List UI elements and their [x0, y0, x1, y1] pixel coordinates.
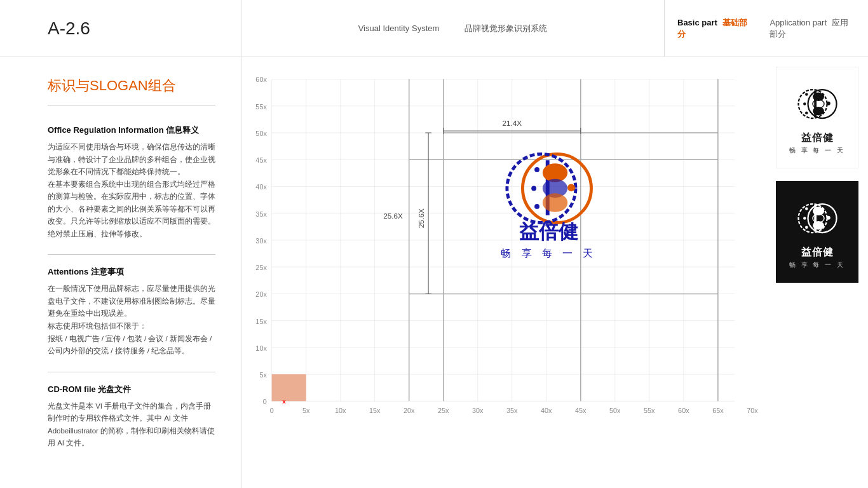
- svg-text:畅 享 每 一 天: 畅 享 每 一 天: [501, 248, 596, 259]
- svg-text:益倍健: 益倍健: [519, 220, 579, 243]
- svg-text:15x: 15x: [369, 407, 381, 414]
- section-regulation: Office Regulation Information 信息释义 为适应不同…: [48, 125, 215, 240]
- nav-application[interactable]: Application part 应用部分: [770, 17, 855, 40]
- svg-text:50x: 50x: [609, 407, 621, 414]
- section-attentions: Attentions 注意事项 在一般情况下使用品牌标志，应尽量使用提供的光盘电…: [48, 266, 215, 357]
- svg-text:25x: 25x: [438, 407, 449, 414]
- svg-text:25.6X: 25.6X: [417, 208, 425, 228]
- logo-white-version: 益倍健 畅 享 每 一 天: [776, 67, 858, 168]
- regulation-title: Office Regulation Information 信息释义: [48, 125, 215, 136]
- chart-logo-area: 60x 55x 50x 45x 40x 35x 30x 25x 20x 15x …: [241, 57, 868, 488]
- svg-point-81: [531, 186, 536, 191]
- svg-text:5x: 5x: [302, 407, 310, 414]
- header-center: Visual Identity System 品牌视觉形象识别系统: [241, 0, 665, 57]
- logo-slogan-black: 畅 享 每 一 天: [789, 261, 845, 269]
- svg-point-90: [813, 107, 824, 116]
- svg-text:70x: 70x: [747, 407, 758, 414]
- svg-text:45x: 45x: [575, 407, 587, 414]
- svg-text:60x: 60x: [678, 407, 689, 414]
- attentions-title: Attentions 注意事项: [48, 266, 215, 278]
- svg-point-93: [803, 102, 806, 105]
- svg-text:35x: 35x: [506, 407, 518, 414]
- svg-text:30x: 30x: [255, 237, 267, 245]
- svg-text:21.4X: 21.4X: [502, 119, 522, 127]
- svg-text:10x: 10x: [335, 407, 346, 414]
- svg-point-101: [826, 216, 830, 220]
- header: A-2.6 Visual Identity System 品牌视觉形象识别系统 …: [0, 0, 868, 57]
- sidebar: 标识与SLOGAN组合 Office Regulation Informatio…: [0, 57, 241, 488]
- regulation-body: 为适应不同使用场合与环境，确保信息传达的清晰与准确，特设计了企业品牌的多种组合，…: [48, 141, 215, 240]
- svg-text:45x: 45x: [255, 156, 267, 164]
- svg-text:35x: 35x: [255, 210, 267, 218]
- chart-section: 60x 55x 50x 45x 40x 35x 30x 25x 20x 15x …: [241, 57, 766, 488]
- svg-text:x: x: [282, 398, 286, 405]
- svg-point-100: [813, 221, 824, 230]
- svg-point-80: [534, 167, 539, 172]
- svg-text:25x: 25x: [255, 264, 267, 271]
- svg-text:5x: 5x: [259, 371, 267, 379]
- vi-system-en: Visual Identity System: [358, 24, 440, 33]
- main-content: 标识与SLOGAN组合 Office Regulation Informatio…: [0, 57, 868, 488]
- svg-point-103: [803, 217, 806, 220]
- cdrom-title: CD-ROM file 光盘文件: [48, 384, 215, 395]
- svg-text:40x: 40x: [541, 407, 552, 414]
- svg-text:50x: 50x: [255, 130, 267, 137]
- logo-slogan-white: 畅 享 每 一 天: [789, 146, 845, 155]
- svg-text:25.6X: 25.6X: [383, 212, 403, 220]
- svg-point-104: [805, 226, 808, 229]
- attentions-body: 在一般情况下使用品牌标志，应尽量使用提供的光盘电子文件，不建议使用标准制图绘制标…: [48, 283, 215, 357]
- svg-text:20x: 20x: [255, 290, 267, 298]
- logo-black-version: 益倍健 畅 享 每 一 天: [776, 181, 858, 283]
- header-right: Basic part 基础部分 Application part 应用部分: [665, 0, 868, 57]
- svg-text:55x: 55x: [644, 407, 655, 414]
- logo-icon-white: [794, 80, 841, 128]
- svg-text:0: 0: [263, 398, 267, 405]
- svg-point-94: [805, 112, 808, 115]
- logo-name-white: 益倍健: [801, 132, 834, 145]
- svg-text:10x: 10x: [255, 344, 267, 352]
- svg-text:65x: 65x: [712, 407, 724, 414]
- svg-text:40x: 40x: [255, 183, 267, 191]
- svg-text:15x: 15x: [255, 318, 267, 325]
- page-id: A-2.6: [48, 18, 90, 39]
- vi-system-cn: 品牌视觉形象识别系统: [465, 23, 547, 34]
- logo-name-black: 益倍健: [801, 246, 834, 259]
- svg-text:0: 0: [270, 407, 274, 414]
- chart-svg: 60x 55x 50x 45x 40x 35x 30x 25x 20x 15x …: [241, 64, 766, 482]
- svg-point-102: [805, 207, 808, 210]
- svg-point-79: [567, 184, 575, 192]
- svg-point-92: [805, 93, 808, 96]
- svg-rect-71: [272, 374, 306, 401]
- divider-2: [48, 372, 215, 372]
- nav-basic[interactable]: Basic part 基础部分: [677, 17, 747, 40]
- section-cdrom: CD-ROM file 光盘文件 光盘文件是本 VI 手册电子文件的集合，内含手…: [48, 384, 215, 450]
- logo-preview-area: 益倍健 畅 享 每 一 天 益倍健 畅 享 每 一: [766, 57, 868, 488]
- svg-point-78: [543, 193, 567, 212]
- divider-1: [48, 254, 215, 255]
- svg-text:55x: 55x: [255, 103, 267, 111]
- svg-text:20x: 20x: [403, 407, 415, 414]
- sidebar-title: 标识与SLOGAN组合: [48, 76, 215, 105]
- svg-point-82: [534, 204, 539, 209]
- svg-text:60x: 60x: [255, 76, 267, 83]
- logo-icon-black: [794, 194, 841, 242]
- cdrom-body: 光盘文件是本 VI 手册电子文件的集合，内含手册制作时的专用软件格式文件。其中 …: [48, 400, 215, 450]
- header-left: A-2.6: [0, 0, 241, 57]
- svg-point-91: [826, 102, 830, 105]
- svg-text:30x: 30x: [472, 407, 484, 414]
